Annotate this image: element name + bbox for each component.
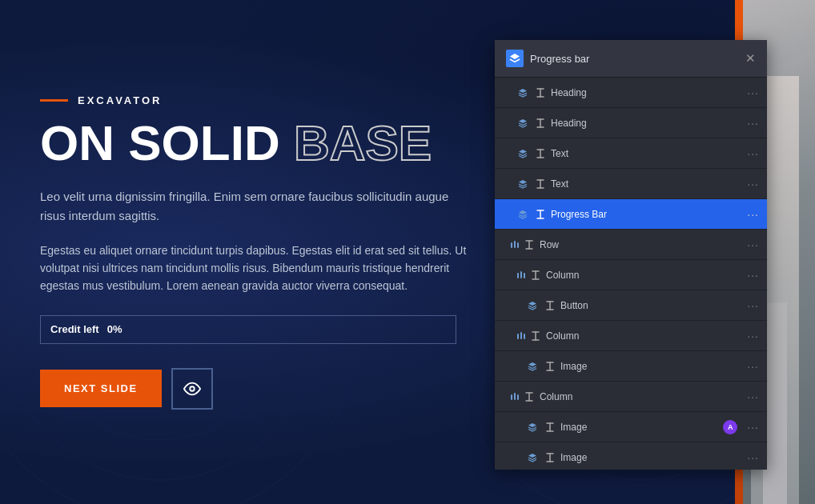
tree-item[interactable]: Image··· bbox=[495, 351, 767, 382]
cursor-icon bbox=[543, 420, 557, 434]
tree-item[interactable]: Text··· bbox=[495, 138, 767, 169]
stack-icon bbox=[516, 86, 530, 100]
tree-item-menu[interactable]: ··· bbox=[742, 178, 759, 190]
title-solid: ON SOLID bbox=[40, 115, 280, 170]
svg-rect-32 bbox=[520, 332, 522, 339]
stack-icon bbox=[516, 177, 530, 191]
panel-header-left: Progress bar bbox=[506, 50, 589, 67]
tree-item[interactable]: Heading··· bbox=[495, 108, 767, 138]
tree-item-menu[interactable]: ··· bbox=[742, 390, 759, 403]
chevron-down-icon bbox=[516, 270, 527, 281]
tree-item-menu[interactable]: ··· bbox=[742, 421, 759, 434]
tree-item-menu[interactable]: ··· bbox=[742, 147, 759, 160]
chevron-down-icon bbox=[509, 391, 520, 402]
tree-item-menu[interactable]: ··· bbox=[742, 360, 759, 373]
tree-item[interactable]: Column··· bbox=[495, 321, 767, 351]
panel-header: Progress bar ✕ bbox=[495, 40, 767, 78]
cursor-icon bbox=[543, 359, 557, 374]
svg-point-0 bbox=[190, 386, 195, 391]
cursor-icon bbox=[533, 177, 548, 191]
svg-rect-23 bbox=[520, 271, 522, 278]
cursor-icon bbox=[543, 450, 557, 465]
tree-item[interactable]: Row··· bbox=[495, 230, 767, 260]
tree-item[interactable]: ImageA··· bbox=[495, 412, 767, 442]
svg-rect-16 bbox=[511, 242, 512, 248]
stack-icon bbox=[525, 450, 540, 465]
svg-rect-18 bbox=[517, 242, 519, 248]
tree-item-menu[interactable]: ··· bbox=[742, 299, 759, 312]
panel-logo bbox=[506, 50, 524, 67]
tree-item-label: Column bbox=[546, 270, 742, 281]
svg-rect-33 bbox=[524, 334, 525, 339]
tree-item[interactable]: Image··· bbox=[495, 442, 767, 470]
eye-icon bbox=[183, 380, 201, 398]
panel-body[interactable]: Heading··· Heading··· Text··· bbox=[495, 78, 767, 470]
tree-item-menu[interactable]: ··· bbox=[742, 269, 759, 282]
tree-item-menu[interactable]: ··· bbox=[742, 117, 759, 130]
cursor-icon bbox=[543, 298, 557, 313]
cursor-icon bbox=[522, 238, 536, 252]
stack-icon bbox=[516, 116, 530, 130]
title-outline: BASE bbox=[294, 115, 432, 170]
tree-item-menu[interactable]: ··· bbox=[742, 451, 759, 464]
next-slide-button[interactable]: NEXT SLIDE bbox=[40, 370, 162, 407]
stack-icon bbox=[525, 420, 540, 434]
progress-bar-outer: Credit left 0% bbox=[40, 315, 456, 344]
cursor-icon bbox=[533, 86, 548, 100]
svg-rect-17 bbox=[514, 241, 516, 248]
tree-item[interactable]: Progress Bar··· bbox=[495, 199, 767, 230]
tree-item-label: Button bbox=[560, 300, 742, 311]
tree-item-label: Heading bbox=[551, 118, 742, 129]
tree-item-label: Image bbox=[560, 452, 742, 463]
eye-button[interactable] bbox=[171, 368, 213, 410]
description-1: Leo velit urna dignissim fringilla. Enim… bbox=[40, 187, 456, 226]
tree-item-label: Text bbox=[551, 178, 742, 190]
tree-item-label: Column bbox=[540, 391, 742, 402]
svg-rect-41 bbox=[514, 393, 516, 400]
svg-rect-40 bbox=[511, 394, 512, 400]
chevron-down-icon bbox=[509, 239, 520, 250]
tree-item-label: Heading bbox=[551, 87, 742, 98]
panel: Progress bar ✕ Heading··· Heading··· bbox=[495, 40, 767, 470]
tree-item-label: Image bbox=[560, 422, 723, 433]
stack-icon bbox=[516, 207, 530, 222]
cursor-icon bbox=[533, 146, 548, 161]
brand-dash bbox=[40, 99, 68, 102]
svg-rect-24 bbox=[524, 273, 525, 278]
cursor-icon bbox=[522, 390, 536, 404]
stack-icon bbox=[525, 298, 540, 313]
tree-item-menu[interactable]: ··· bbox=[742, 238, 759, 251]
tree-item[interactable]: Text··· bbox=[495, 169, 767, 199]
cursor-icon bbox=[533, 116, 548, 130]
description-2: Egestas eu aliquet ornare tincidunt turp… bbox=[40, 242, 472, 295]
tree-item-label: Row bbox=[540, 239, 742, 250]
tree-item-label: Progress Bar bbox=[551, 209, 742, 220]
tree-item-menu[interactable]: ··· bbox=[742, 330, 759, 342]
panel-close-button[interactable]: ✕ bbox=[745, 51, 756, 66]
tree-item-label: Image bbox=[560, 361, 742, 372]
cursor-icon bbox=[528, 268, 543, 282]
tree-item[interactable]: Button··· bbox=[495, 290, 767, 321]
svg-rect-42 bbox=[517, 394, 519, 400]
tree-item[interactable]: Heading··· bbox=[495, 78, 767, 108]
tree-item[interactable]: Column··· bbox=[495, 382, 767, 412]
progress-container: Credit left 0% bbox=[40, 315, 456, 344]
tree-badge: A bbox=[723, 420, 737, 434]
progress-label: Credit left bbox=[50, 323, 99, 335]
tree-item-menu[interactable]: ··· bbox=[742, 86, 759, 99]
cursor-icon bbox=[528, 329, 543, 343]
chevron-down-icon bbox=[516, 330, 527, 342]
svg-rect-31 bbox=[517, 334, 519, 339]
tree-item-label: Text bbox=[551, 148, 742, 159]
stack-icon bbox=[516, 146, 530, 161]
progress-value: 0% bbox=[107, 323, 122, 335]
tree-item-label: Column bbox=[546, 330, 742, 342]
brand-name: EXCAVATOR bbox=[78, 94, 163, 106]
layers-icon bbox=[509, 53, 520, 64]
tree-item[interactable]: Column··· bbox=[495, 260, 767, 290]
cursor-icon bbox=[533, 207, 548, 222]
svg-rect-22 bbox=[517, 273, 519, 278]
tree-item-menu[interactable]: ··· bbox=[742, 208, 759, 221]
stack-icon bbox=[525, 359, 540, 374]
panel-title: Progress bar bbox=[530, 53, 589, 65]
